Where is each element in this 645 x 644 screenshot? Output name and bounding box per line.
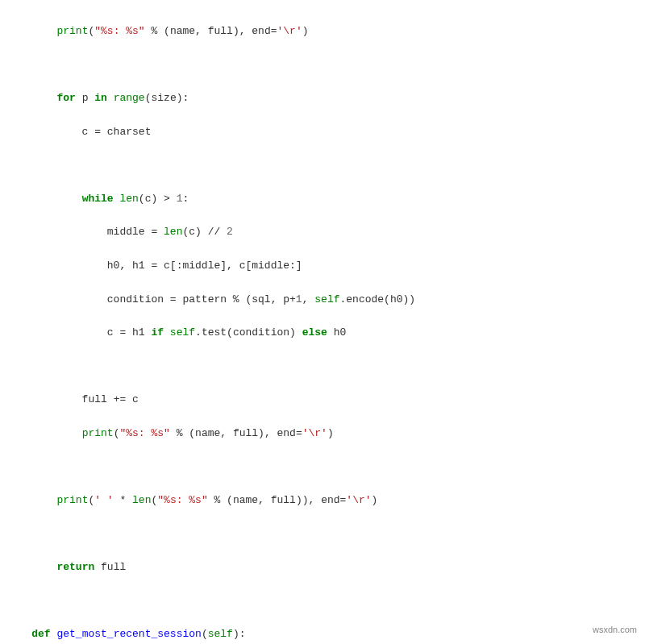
string-literal: "%s: %s": [157, 494, 207, 506]
string-literal: '\r': [302, 427, 327, 439]
operator: +=: [114, 393, 127, 405]
keyword-def: def: [31, 628, 50, 640]
code-line: print(' ' * len("%s: %s" % (name, full))…: [0, 492, 645, 509]
builtin-range: range: [114, 92, 145, 104]
code-line: return full: [0, 559, 645, 576]
code-line: middle = len(c) // 2: [0, 224, 645, 241]
code-line: [0, 459, 645, 476]
keyword-else: else: [302, 326, 327, 339]
code-line: [0, 157, 645, 174]
code-line: full += c: [0, 392, 645, 409]
code-line: c = charset: [0, 124, 645, 141]
code-line: [0, 56, 645, 73]
code-line: h0, h1 = c[:middle], c[middle:]: [0, 258, 645, 275]
number-literal: 1: [296, 293, 302, 305]
keyword-return: return: [56, 561, 94, 573]
keyword-if: if: [151, 326, 164, 339]
code-line: [0, 526, 645, 543]
code-line: while len(c) > 1:: [0, 191, 645, 208]
watermark: wsxdn.com: [593, 623, 637, 638]
string-literal: '\r': [346, 494, 371, 506]
string-literal: "%s: %s": [94, 25, 144, 37]
code-line: print("%s: %s" % (name, full), end='\r'): [0, 23, 645, 40]
code-block: print("%s: %s" % (name, full), end='\r')…: [0, 6, 645, 644]
self-ref: self: [170, 326, 195, 339]
function-name: get_most_recent_session: [56, 628, 201, 640]
code-line: c = h1 if self.test(condition) else h0: [0, 325, 645, 342]
code-line: print("%s: %s" % (name, full), end='\r'): [0, 426, 645, 442]
string-literal: ' ': [94, 494, 113, 506]
string-literal: "%s: %s": [119, 427, 169, 439]
builtin-len: len: [132, 494, 151, 506]
self-param: self: [208, 628, 233, 640]
builtin-len: len: [119, 193, 138, 205]
builtin-len: len: [164, 226, 182, 238]
code-line: [0, 593, 645, 610]
code-line: condition = pattern % (sql, p+1, self.en…: [0, 292, 645, 309]
code-line: [0, 359, 645, 376]
number-literal: 2: [227, 226, 233, 238]
keyword-for: for: [56, 92, 75, 104]
print-call: print: [82, 427, 114, 439]
string-literal: '\r': [277, 25, 302, 37]
print-call: print: [56, 25, 88, 37]
code-line: def get_most_recent_session(self):: [0, 626, 645, 643]
keyword-while: while: [82, 193, 114, 205]
self-ref: self: [314, 293, 339, 305]
code-line: for p in range(size):: [0, 90, 645, 107]
number-literal: 1: [177, 193, 183, 205]
print-call: print: [56, 494, 88, 506]
keyword-in: in: [94, 92, 107, 104]
